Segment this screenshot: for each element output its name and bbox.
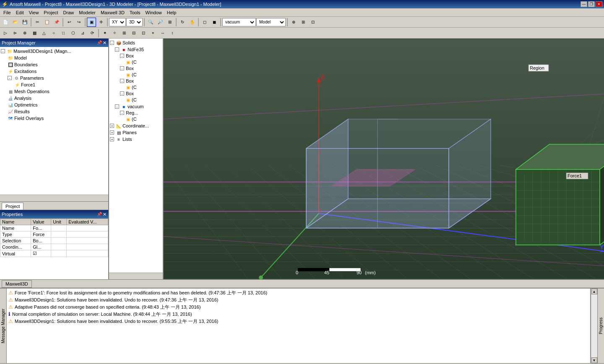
- tree-hscrollbar[interactable]: [109, 273, 163, 279]
- menu-item-maxwell3d[interactable]: Maxwell 3D: [98, 9, 127, 16]
- menu-item-file[interactable]: File: [1, 9, 13, 16]
- display-combo[interactable]: Model: [256, 18, 286, 26]
- undo-btn[interactable]: ↩: [65, 18, 74, 27]
- menu-item-edit[interactable]: Edit: [13, 9, 26, 16]
- restore-button[interactable]: ❐: [588, 1, 595, 7]
- tb2-btn17[interactable]: ↔: [158, 29, 167, 38]
- expand-box4[interactable]: -: [120, 91, 124, 96]
- pm-scrollbar[interactable]: [0, 195, 108, 201]
- paste-btn[interactable]: 📌: [52, 18, 61, 27]
- tb2-btn10[interactable]: ⟳: [88, 29, 97, 38]
- coordinates-item[interactable]: + 📐 Coordinate...: [110, 122, 162, 129]
- box2-item[interactable]: - Box: [120, 65, 162, 71]
- tb2-btn1[interactable]: ▷: [1, 29, 10, 38]
- vacuum-item[interactable]: - ■ vacuum: [115, 103, 162, 110]
- box3-c[interactable]: ▣ (C: [125, 84, 162, 91]
- msg-scrollbar[interactable]: ▲ ▼: [591, 289, 597, 363]
- tb2-btn3[interactable]: ⊕: [20, 29, 29, 38]
- box4-item[interactable]: - Box: [120, 91, 162, 96]
- menu-item-window[interactable]: Window: [143, 9, 164, 16]
- viewport[interactable]: Y Z: [164, 39, 604, 279]
- expand-params[interactable]: -: [8, 76, 12, 80]
- tb2-btn5[interactable]: △: [39, 29, 49, 38]
- scroll-down-btn[interactable]: ▼: [591, 357, 597, 363]
- tree-force1[interactable]: ⚡ Force1: [14, 81, 107, 88]
- tb2-btn8[interactable]: ⬡: [68, 29, 78, 38]
- new-btn[interactable]: 📄: [1, 18, 10, 27]
- tb2-btn2[interactable]: ⊳: [10, 29, 20, 38]
- zoom-in-btn[interactable]: 🔍: [146, 18, 155, 27]
- expand-coords[interactable]: +: [110, 124, 114, 128]
- scroll-up-btn[interactable]: ▲: [591, 289, 597, 294]
- expand-root[interactable]: -: [1, 49, 5, 53]
- tb2-btn4[interactable]: ▦: [30, 29, 39, 38]
- tree-fieldoverlays[interactable]: 🗺 Field Overlays: [8, 115, 107, 122]
- expand-vacuum[interactable]: -: [115, 104, 119, 109]
- props-pin-btn[interactable]: 📌: [97, 212, 102, 217]
- move-btn[interactable]: ✛: [96, 18, 106, 27]
- material-combo[interactable]: vacuum: [222, 18, 256, 26]
- select-btn[interactable]: ▣: [87, 18, 96, 27]
- box1-item[interactable]: - Box: [120, 53, 162, 59]
- ndfe35-item[interactable]: - ■ NdFe35: [115, 46, 162, 53]
- box3-item[interactable]: - Box: [120, 78, 162, 84]
- maxwell3d-tab[interactable]: Maxwell3D: [2, 280, 32, 288]
- project-tab[interactable]: Project: [2, 203, 23, 210]
- fit-btn[interactable]: ⊞: [165, 18, 174, 27]
- dim-combo[interactable]: 3D2D: [126, 18, 143, 26]
- plane-combo[interactable]: XYXZYZ: [109, 18, 126, 26]
- snap3-btn[interactable]: ⊡: [308, 18, 318, 27]
- expand-box3[interactable]: -: [120, 79, 124, 83]
- tb2-btn7[interactable]: □: [59, 29, 68, 38]
- expand-lists[interactable]: +: [110, 137, 114, 141]
- pm-close-btn[interactable]: ✕: [103, 40, 107, 46]
- expand-solids[interactable]: -: [110, 41, 114, 45]
- tb2-btn18[interactable]: ↕: [168, 29, 177, 38]
- zoom-out-btn[interactable]: 🔎: [156, 18, 165, 27]
- tree-parameters[interactable]: - ⚙ Parameters: [8, 75, 107, 81]
- tree-mesh[interactable]: ▦ Mesh Operations: [8, 88, 107, 95]
- box1-c[interactable]: ▣ (C: [125, 59, 162, 65]
- box2-c[interactable]: ▣ (C: [125, 71, 162, 78]
- menu-item-project[interactable]: Project: [41, 9, 60, 16]
- shaded-btn[interactable]: ◼: [210, 18, 219, 27]
- box4-c[interactable]: ▣ (C: [125, 96, 162, 103]
- tb2-btn9[interactable]: ⊿: [78, 29, 87, 38]
- planes-item[interactable]: + ▤ Planes: [110, 129, 162, 136]
- tb2-btn12[interactable]: ✧: [110, 29, 119, 38]
- menu-item-help[interactable]: Help: [164, 9, 179, 16]
- tb2-btn11[interactable]: ✦: [100, 29, 109, 38]
- tb2-btn16[interactable]: ⌖: [148, 29, 158, 38]
- pan-btn[interactable]: ✋: [187, 18, 197, 27]
- menu-item-modeler[interactable]: Modeler: [76, 9, 98, 16]
- expand-box2[interactable]: -: [120, 66, 124, 70]
- expand-region[interactable]: -: [120, 111, 124, 115]
- snap2-btn[interactable]: ⊞: [299, 18, 308, 27]
- copy-btn[interactable]: 📋: [42, 18, 52, 27]
- scroll-track[interactable]: [591, 294, 597, 357]
- tree-model[interactable]: 📁 Model: [8, 55, 107, 61]
- tree-root[interactable]: - 📁 Maxwell3DDesign1 (Magn...: [1, 48, 107, 55]
- minimize-button[interactable]: —: [581, 1, 587, 7]
- tb2-btn13[interactable]: ⊞: [120, 29, 129, 38]
- wireframe-btn[interactable]: ◻: [200, 18, 209, 27]
- expand-ndfe[interactable]: -: [115, 47, 119, 52]
- solids-root[interactable]: - 📦 Solids: [110, 39, 162, 46]
- region-c[interactable]: ▣ (C: [125, 116, 162, 122]
- tree-analysis[interactable]: 🔬 Analysis: [8, 95, 107, 101]
- tree-boundaries[interactable]: 🔲 Boundaries: [8, 61, 107, 68]
- open-btn[interactable]: 📂: [10, 18, 20, 27]
- redo-btn[interactable]: ↪: [74, 18, 83, 27]
- tb2-btn14[interactable]: ⊟: [129, 29, 138, 38]
- tree-results[interactable]: 📈 Results: [8, 108, 107, 115]
- menu-item-view[interactable]: View: [26, 9, 42, 16]
- cut-btn[interactable]: ✂: [33, 18, 42, 27]
- menu-item-draw[interactable]: Draw: [61, 9, 77, 16]
- expand-box1[interactable]: -: [120, 54, 124, 58]
- lists-item[interactable]: + ≡ Lists: [110, 136, 162, 143]
- tb2-btn6[interactable]: ○: [49, 29, 58, 38]
- tree-excitations[interactable]: ⚡ Excitations: [8, 68, 107, 75]
- save-btn[interactable]: 💾: [20, 18, 29, 27]
- tree-optimetrics[interactable]: 📊 Optimetrics: [8, 101, 107, 108]
- props-close-btn[interactable]: ✕: [103, 212, 107, 217]
